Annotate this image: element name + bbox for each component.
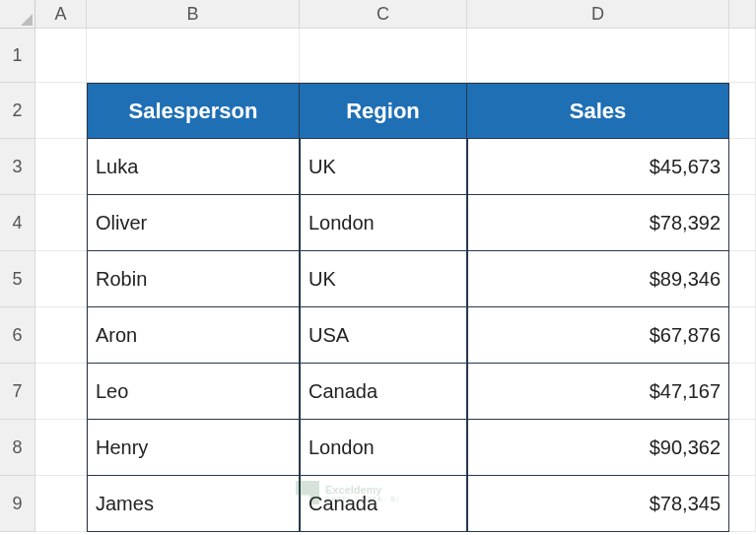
cell-E1[interactable] [729, 29, 756, 83]
row-header-5[interactable]: 5 [0, 251, 35, 307]
cell-E7[interactable] [729, 364, 756, 420]
table-row[interactable]: $89,346 [467, 251, 729, 307]
cell-A5[interactable] [35, 251, 87, 307]
cell-A4[interactable] [35, 195, 87, 251]
cell-D1[interactable] [467, 29, 729, 83]
table-row[interactable]: Oliver [87, 195, 300, 251]
cell-A9[interactable] [35, 476, 87, 532]
spreadsheet-grid: A B C D 1 2 Salesperson Region Sales 3 L… [0, 0, 756, 535]
table-row[interactable]: $47,167 [467, 364, 729, 420]
table-row[interactable]: Aron [87, 307, 300, 364]
cell-E3[interactable] [729, 139, 756, 195]
cell-A8[interactable] [35, 420, 87, 476]
table-row[interactable]: Robin [87, 251, 300, 307]
table-row[interactable]: UK [300, 251, 467, 307]
cell-E8[interactable] [729, 420, 756, 476]
cell-A7[interactable] [35, 364, 87, 420]
row-header-9[interactable]: 9 [0, 476, 35, 532]
cell-A1[interactable] [35, 29, 87, 83]
col-header-E[interactable] [729, 0, 756, 29]
row-header-1[interactable]: 1 [0, 29, 35, 83]
cell-A3[interactable] [35, 139, 87, 195]
table-row[interactable]: $67,876 [467, 307, 729, 364]
table-row[interactable]: USA [300, 307, 467, 364]
col-header-B[interactable]: B [87, 0, 300, 29]
cell-A6[interactable] [35, 307, 87, 364]
table-row[interactable]: $45,673 [467, 139, 729, 195]
row-header-8[interactable]: 8 [0, 420, 35, 476]
select-all-triangle-icon [21, 14, 33, 26]
table-row[interactable]: Canada [300, 476, 467, 532]
col-header-C[interactable]: C [300, 0, 467, 29]
table-row[interactable]: Henry [87, 420, 300, 476]
table-row[interactable]: UK [300, 139, 467, 195]
table-row[interactable]: $78,392 [467, 195, 729, 251]
cell-E6[interactable] [729, 307, 756, 364]
cell-C1[interactable] [300, 29, 467, 83]
select-all-cell[interactable] [0, 0, 35, 29]
cell-B1[interactable] [87, 29, 300, 83]
row-header-2[interactable]: 2 [0, 83, 35, 139]
col-header-A[interactable]: A [35, 0, 87, 29]
table-row[interactable]: Canada [300, 364, 467, 420]
cell-E5[interactable] [729, 251, 756, 307]
cell-E2[interactable] [729, 83, 756, 139]
table-header-region[interactable]: Region [300, 83, 467, 139]
table-header-sales[interactable]: Sales [467, 83, 729, 139]
row-header-7[interactable]: 7 [0, 364, 35, 420]
table-row[interactable]: James [87, 476, 300, 532]
col-header-D[interactable]: D [467, 0, 729, 29]
cell-A2[interactable] [35, 83, 87, 139]
table-row[interactable]: Leo [87, 364, 300, 420]
svg-marker-0 [21, 14, 33, 26]
table-row[interactable]: $90,362 [467, 420, 729, 476]
table-row[interactable]: Luka [87, 139, 300, 195]
cell-E4[interactable] [729, 195, 756, 251]
table-row[interactable]: $78,345 [467, 476, 729, 532]
row-header-4[interactable]: 4 [0, 195, 35, 251]
row-header-6[interactable]: 6 [0, 307, 35, 364]
table-header-salesperson[interactable]: Salesperson [87, 83, 300, 139]
row-header-3[interactable]: 3 [0, 139, 35, 195]
cell-E9[interactable] [729, 476, 756, 532]
table-row[interactable]: London [300, 420, 467, 476]
table-row[interactable]: London [300, 195, 467, 251]
